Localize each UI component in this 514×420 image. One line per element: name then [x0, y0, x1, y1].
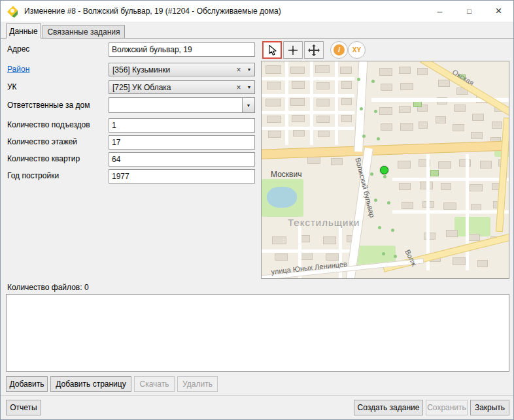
close-icon[interactable]: × [484, 1, 513, 22]
map-building [398, 161, 411, 169]
map-tree [374, 199, 377, 202]
address-input[interactable] [109, 42, 255, 57]
map-view[interactable]: Окская Москвич Текстильщики Волжский бул… [261, 61, 509, 279]
map-tree [362, 135, 366, 138]
map-building [266, 65, 281, 74]
pan-tool-button[interactable] [304, 41, 324, 59]
map-building [292, 115, 305, 122]
map-tree [394, 255, 397, 258]
map-building [266, 99, 281, 106]
map-building [436, 116, 446, 123]
floors-label: Количество этажей [7, 137, 77, 146]
tab-baseline [1, 38, 513, 39]
map-building [441, 183, 451, 190]
map-building [492, 121, 502, 129]
chevron-down-icon[interactable]: ▼ [244, 67, 254, 72]
field-row-entrances: Количество подъездов [7, 118, 256, 133]
create-task-button[interactable]: Создать задание [354, 400, 423, 415]
tab-data[interactable]: Данные [6, 24, 41, 39]
map-tree [374, 110, 377, 113]
move-icon [307, 44, 320, 57]
uk-label: УК [7, 82, 17, 91]
map-building [480, 161, 492, 169]
minimize-button[interactable]: – [425, 1, 454, 22]
map-building [315, 65, 330, 73]
field-row-uk: УК [725] УК Облака × ▼ [7, 80, 256, 94]
close-button[interactable]: Закрыть [470, 400, 509, 415]
map-tree [371, 80, 375, 83]
map-building [399, 67, 411, 74]
floors-input[interactable] [109, 135, 255, 150]
map-marker[interactable] [380, 166, 388, 174]
footer-divider [1, 395, 513, 396]
maximize-button[interactable]: □ [454, 1, 484, 22]
responsible-combo[interactable]: ▼ [109, 97, 255, 113]
map-building [272, 236, 286, 244]
map-building [430, 170, 439, 176]
map-building [307, 157, 320, 164]
files-list[interactable] [6, 294, 509, 372]
map-building [275, 253, 288, 261]
map-building [381, 84, 392, 91]
map-building [402, 202, 413, 209]
dialog-window: Изменение #8 - Волжский бульвар, 19 (#12… [0, 0, 514, 420]
map-tree [387, 201, 390, 204]
apartments-label: Количество квартир [7, 154, 80, 163]
add-file-button[interactable]: Добавить [6, 376, 48, 392]
map-building [379, 107, 392, 115]
map-building [318, 131, 330, 137]
district-link[interactable]: Район [7, 65, 29, 74]
map-building [438, 161, 451, 169]
field-row-district: Район [356] Кузьминки × ▼ [7, 63, 256, 76]
responsible-label: Ответственные за дом [7, 101, 90, 110]
map-building [453, 257, 466, 265]
map-district-label: Текстильщики [288, 217, 360, 228]
map-street [261, 94, 354, 97]
map-street [285, 61, 288, 145]
map-building [317, 82, 330, 89]
map-building [443, 202, 456, 210]
map-tree [360, 107, 363, 110]
add-page-button[interactable]: Добавить страницу [50, 376, 131, 392]
map-building [290, 98, 305, 106]
tab-related-tasks[interactable]: Связанные задания [43, 25, 125, 38]
reports-button[interactable]: Отчеты [6, 400, 41, 415]
year-input[interactable] [109, 169, 255, 184]
map-street [261, 250, 358, 253]
chevron-down-icon[interactable]: ▼ [242, 98, 254, 112]
clear-icon[interactable]: × [233, 65, 244, 74]
apartments-input[interactable] [109, 152, 255, 167]
window-controls: – □ × [425, 1, 513, 22]
map-building [400, 83, 413, 90]
map-building [472, 114, 484, 121]
select-tool-button[interactable] [262, 41, 282, 59]
map-building [317, 99, 330, 106]
map-tree [357, 78, 360, 81]
field-row-year: Год постройки [7, 169, 256, 184]
xy-axes-icon: XY [352, 46, 361, 54]
coordinates-button[interactable]: XY [348, 41, 366, 59]
entrances-label: Количество подъездов [7, 120, 90, 129]
map-building [471, 132, 483, 139]
chevron-down-icon[interactable]: ▼ [244, 85, 254, 89]
map-building [459, 159, 471, 167]
map-building [326, 253, 339, 261]
map-place-label: Москвич [271, 170, 301, 179]
crosshair-tool-button[interactable] [283, 41, 303, 59]
window-title: Изменение #8 - Волжский бульвар, 19 (#12… [24, 7, 281, 16]
app-icon [6, 5, 19, 18]
map-building [301, 252, 313, 260]
clear-icon[interactable]: × [233, 83, 244, 92]
crosshair-icon [287, 44, 299, 56]
uk-combo[interactable]: [725] УК Облака × ▼ [109, 80, 255, 94]
map-street [261, 111, 354, 114]
map-building [400, 123, 413, 131]
map-building [317, 116, 330, 123]
object-info-button[interactable]: i [330, 41, 348, 59]
map-road-main [261, 140, 509, 159]
entrances-input[interactable] [109, 118, 255, 133]
map-building [340, 67, 352, 74]
map-road-right [496, 118, 509, 232]
district-combo[interactable]: [356] Кузьминки × ▼ [109, 63, 255, 76]
field-row-responsible: Ответственные за дом ▼ [7, 97, 256, 113]
